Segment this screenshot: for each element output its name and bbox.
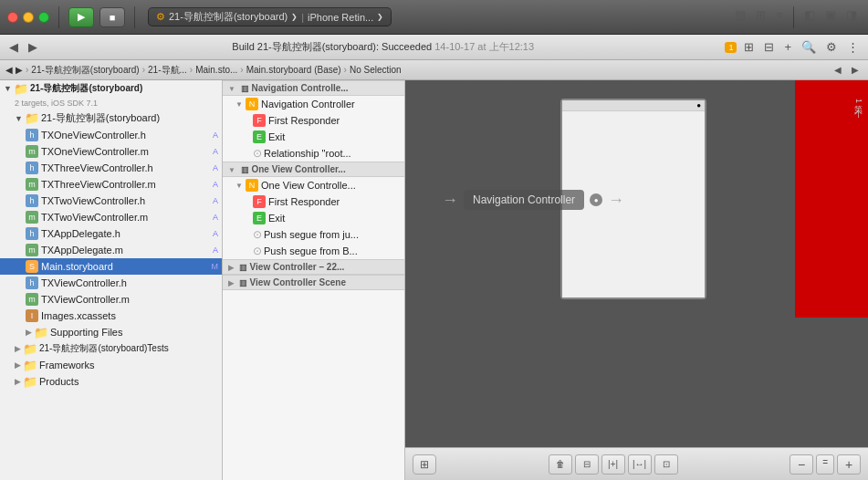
file-Images-xcassets[interactable]: I Images.xcassets — [0, 308, 222, 324]
arrow-frameworks: ▶ — [15, 360, 21, 370]
canvas-area: ● → Navigation Controller ● → 第1个 ⊞ — [405, 80, 868, 480]
chevron-icon2: ❯ — [377, 13, 383, 21]
file-TXOneViewController-h[interactable]: h TXOneViewController.h A — [0, 127, 222, 143]
file-TXAppDelegate-h[interactable]: h TXAppDelegate.h A — [0, 225, 222, 242]
main-group[interactable]: ▼ 📁 21-导航控制器(storyboard) — [0, 110, 222, 127]
storyboard-icon: S — [26, 260, 38, 273]
warning-badge: 1 — [725, 42, 737, 53]
add-btn[interactable]: + — [780, 38, 795, 56]
zoom-level-display: = — [816, 454, 834, 475]
scene-exit-1[interactable]: E Exit — [223, 129, 404, 145]
nav-scene-icon: ▥ — [241, 84, 249, 93]
filename: Images.xcassets — [41, 310, 116, 321]
filename: Main.storyboard — [41, 261, 113, 272]
editor-assistant-icon[interactable]: ⊞ — [752, 6, 769, 28]
sep3 — [793, 6, 794, 28]
canvas-tools: 🗑 ⊟ |+| |↔| ⊡ — [549, 454, 678, 475]
scene-one-vc[interactable]: ▼ N One View Controlle... — [223, 177, 404, 193]
filter-btn[interactable]: ⊟ — [760, 38, 778, 56]
breadcrumb-project[interactable]: 21-导航控制器(storyboard) — [31, 64, 139, 77]
breadcrumb-back[interactable]: ◀ — [831, 63, 845, 77]
window-controls — [7, 12, 49, 23]
align-button[interactable]: ⊟ — [575, 454, 599, 475]
zoom-in-button[interactable]: + — [837, 454, 861, 475]
nav-ctrl-flow: → Navigation Controller ● → — [442, 190, 624, 210]
tests-icon: 📁 — [24, 342, 37, 355]
rel-icon: ⊙ — [253, 147, 262, 160]
project-label: 21-导航控制器(storyboard) — [30, 82, 142, 95]
filename: TXAppDelegate.m — [41, 245, 123, 256]
breadcrumb-item-1[interactable]: ▶ — [16, 65, 23, 75]
right-nav-icons: ⊞ ⊟ + 🔍 ⚙ ⋮ — [740, 38, 863, 56]
scheme-selector[interactable]: ⚙ 21-导航控制器(storyboard) ❯ | iPhone Retin.… — [148, 7, 392, 26]
status-icon: ● — [696, 101, 701, 110]
file-Main-storyboard[interactable]: S Main.storyboard M — [0, 258, 222, 275]
utilities-icon[interactable]: ◨ — [842, 6, 861, 28]
zoom-out-button[interactable]: − — [790, 454, 813, 475]
more-btn[interactable]: ⋮ — [843, 38, 863, 56]
filename: TXOneViewController.m — [41, 146, 149, 157]
stop-button[interactable]: ■ — [99, 7, 125, 27]
navigator-icon[interactable]: ◧ — [800, 6, 819, 28]
arrow-to-right: → — [608, 191, 624, 210]
badge-a: A — [213, 213, 218, 222]
scene-relationship-root[interactable]: ⊙ Relationship "root... — [223, 145, 404, 162]
search-btn[interactable]: 🔍 — [798, 38, 820, 56]
breadcrumb-fwd[interactable]: ▶ — [848, 63, 863, 77]
filename: TXThreeViewController.m — [41, 179, 156, 190]
delete-button[interactable]: 🗑 — [549, 454, 572, 475]
breadcrumb-nav[interactable]: 21-导航... — [148, 64, 187, 77]
file-TXAppDelegate-m[interactable]: m TXAppDelegate.m A — [0, 242, 222, 258]
file-TXTwoViewController-h[interactable]: h TXTwoViewController.h A — [0, 193, 222, 209]
scene-nav-controller[interactable]: ▼ N Navigation Controller — [223, 96, 404, 112]
vc-22-label: View Controller – 22... — [250, 262, 345, 272]
arrow-from-left: → — [442, 191, 458, 210]
file-TXViewController-m[interactable]: m TXViewController.m — [0, 291, 222, 308]
editor-standard-icon[interactable]: ▤ — [731, 6, 749, 28]
file-TXTwoViewController-m[interactable]: m TXTwoViewController.m A — [0, 209, 222, 225]
canvas-bottom-toolbar: ⊞ 🗑 ⊟ |+| |↔| ⊡ − = + — [405, 447, 868, 480]
scene-push-1[interactable]: ⊙ Push segue from ju... — [223, 226, 404, 243]
tests-group[interactable]: ▶ 📁 21-导航控制器(storyboard)Tests — [0, 340, 222, 357]
frameworks-label: Frameworks — [39, 360, 95, 370]
run-button[interactable]: ▶ — [68, 7, 94, 27]
project-root[interactable]: ▼ 📁 21-导航控制器(storyboard) — [0, 80, 222, 97]
fit-page-button[interactable]: ⊞ — [413, 454, 436, 475]
frameworks-group[interactable]: ▶ 📁 Frameworks — [0, 357, 222, 373]
editor-version-icon[interactable]: ≡ — [772, 6, 787, 28]
nav-scene-section: ▼ ▥ Navigation Controlle... — [223, 80, 404, 96]
device-status-bar: ● — [562, 100, 705, 111]
project-sub-text: 2 targets, iOS SDK 7.1 — [15, 99, 98, 108]
nav-label: Navigation Controller — [261, 99, 355, 110]
gear-btn[interactable]: ⚙ — [822, 38, 841, 56]
scene-push-2[interactable]: ⊙ Push segue from B... — [223, 243, 404, 259]
debug-icon[interactable]: ▣ — [821, 6, 840, 28]
minimize-button[interactable] — [23, 12, 34, 23]
close-button[interactable] — [7, 12, 18, 23]
scene-first-responder-1[interactable]: F First Responder — [223, 112, 404, 129]
breadcrumb-main[interactable]: Main.sto... — [195, 65, 237, 75]
h-icon: h — [26, 277, 38, 289]
nav-icon-2: N — [246, 179, 258, 192]
zoom-button[interactable] — [38, 12, 49, 23]
breadcrumb-selection[interactable]: No Selection — [350, 65, 402, 75]
file-TXViewController-h[interactable]: h TXViewController.h — [0, 275, 222, 291]
file-TXThreeViewController-m[interactable]: m TXThreeViewController.m A — [0, 176, 222, 193]
scheme-btn[interactable]: ⊞ — [740, 38, 758, 56]
forward-button[interactable]: ▶ — [25, 38, 41, 56]
main-area: ▼ 📁 21-导航控制器(storyboard) 2 targets, iOS … — [0, 80, 868, 480]
layout-button[interactable]: |+| — [601, 454, 625, 475]
layout2-button[interactable]: |↔| — [628, 454, 652, 475]
products-group[interactable]: ▶ 📁 Products — [0, 373, 222, 390]
supporting-files-group[interactable]: ▶ 📁 Supporting Files — [0, 324, 222, 340]
nav-icon: N — [246, 98, 258, 110]
file-TXOneViewController-m[interactable]: m TXOneViewController.m A — [0, 143, 222, 160]
embed-button[interactable]: ⊡ — [654, 454, 678, 475]
scene-arrow-nav: ▼ — [228, 85, 235, 93]
file-TXThreeViewController-h[interactable]: h TXThreeViewController.h A — [0, 160, 222, 176]
scene-first-responder-2[interactable]: F First Responder — [223, 193, 404, 210]
back-button[interactable]: ◀ — [5, 38, 22, 56]
breadcrumb-base[interactable]: Main.storyboard (Base) — [246, 65, 341, 75]
breadcrumb-item-0[interactable]: ◀ — [5, 65, 13, 75]
scene-exit-2[interactable]: E Exit — [223, 210, 404, 226]
